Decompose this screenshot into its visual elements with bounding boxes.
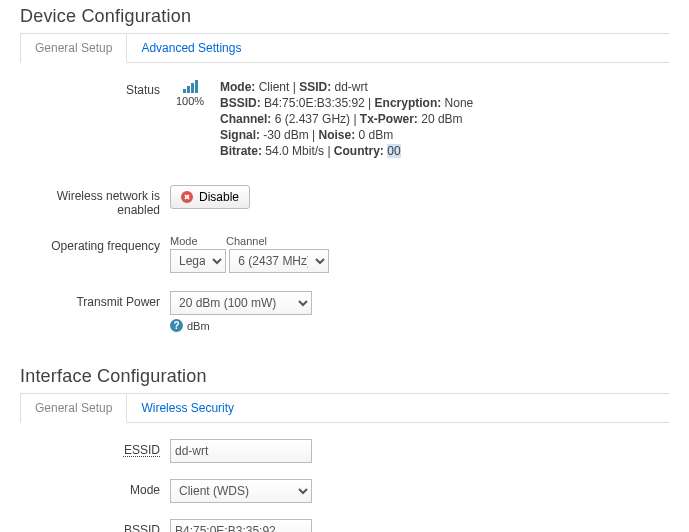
bssid-input[interactable] bbox=[170, 519, 312, 532]
transmit-power-label: Transmit Power bbox=[20, 291, 170, 309]
tab-general-setup[interactable]: General Setup bbox=[20, 34, 127, 63]
status-lines: Mode: Client | SSID: dd-wrt BSSID: B4:75… bbox=[220, 79, 473, 159]
signal-bars-icon bbox=[183, 79, 198, 93]
status-label: Status bbox=[20, 79, 170, 97]
essid-input[interactable] bbox=[170, 439, 312, 463]
essid-label: ESSID bbox=[20, 439, 170, 457]
iface-mode-label: Mode bbox=[20, 479, 170, 497]
interface-tab-strip: General Setup Wireless Security bbox=[20, 393, 669, 423]
tab-wireless-security[interactable]: Wireless Security bbox=[127, 394, 248, 422]
operating-frequency-label: Operating frequency bbox=[20, 235, 170, 253]
tab-advanced-settings[interactable]: Advanced Settings bbox=[127, 34, 255, 62]
channel-header: Channel bbox=[226, 235, 267, 247]
iface-mode-select[interactable]: Client (WDS) bbox=[170, 479, 312, 503]
interface-config-section: Interface Configuration General Setup Wi… bbox=[20, 366, 669, 532]
transmit-power-unit: dBm bbox=[187, 320, 210, 332]
wireless-enabled-label: Wireless network is enabled bbox=[20, 185, 170, 217]
tab-iface-general[interactable]: General Setup bbox=[20, 394, 127, 423]
device-config-section: Device Configuration General Setup Advan… bbox=[20, 6, 669, 336]
device-tab-strip: General Setup Advanced Settings bbox=[20, 33, 669, 63]
device-config-title: Device Configuration bbox=[20, 6, 669, 27]
disable-button[interactable]: Disable bbox=[170, 185, 250, 209]
bssid-label: BSSID bbox=[20, 519, 170, 532]
interface-config-title: Interface Configuration bbox=[20, 366, 669, 387]
channel-select[interactable]: 6 (2437 MHz) bbox=[229, 249, 329, 273]
mode-header: Mode bbox=[170, 235, 220, 247]
signal-percent: 100% bbox=[176, 95, 204, 107]
disable-icon bbox=[181, 191, 193, 203]
mode-select[interactable]: Legacy bbox=[170, 249, 226, 273]
help-icon[interactable]: ? bbox=[170, 319, 183, 332]
transmit-power-select[interactable]: 20 dBm (100 mW) bbox=[170, 291, 312, 315]
